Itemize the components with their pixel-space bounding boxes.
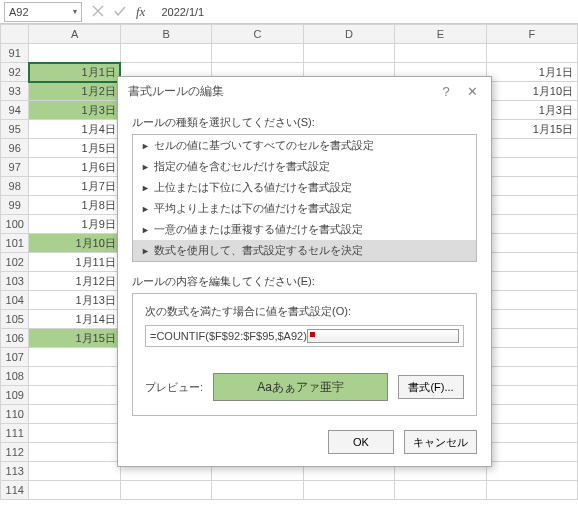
cell[interactable]: 1月3日 (486, 101, 577, 120)
confirm-icon[interactable] (114, 5, 126, 19)
cell[interactable]: 1月9日 (29, 215, 120, 234)
row-header[interactable]: 104 (1, 291, 29, 310)
select-all-corner[interactable] (1, 25, 29, 44)
cell[interactable] (29, 462, 120, 481)
row-header[interactable]: 107 (1, 348, 29, 367)
col-header-b[interactable]: B (120, 25, 211, 44)
cell[interactable] (486, 196, 577, 215)
cancel-icon[interactable] (92, 5, 104, 19)
row-header[interactable]: 111 (1, 424, 29, 443)
row-header[interactable]: 112 (1, 443, 29, 462)
cell[interactable] (486, 367, 577, 386)
col-header-f[interactable]: F (486, 25, 577, 44)
cell[interactable] (486, 424, 577, 443)
cell[interactable] (486, 177, 577, 196)
row-header[interactable]: 96 (1, 139, 29, 158)
rule-type-list[interactable]: ►セルの値に基づいてすべてのセルを書式設定►指定の値を含むセルだけを書式設定►上… (132, 134, 477, 262)
cell[interactable] (486, 253, 577, 272)
cell[interactable]: 1月15日 (29, 329, 120, 348)
rule-type-item[interactable]: ►セルの値に基づいてすべてのセルを書式設定 (133, 135, 476, 156)
cell[interactable] (120, 44, 211, 63)
cell[interactable] (303, 44, 394, 63)
cell[interactable] (395, 481, 486, 500)
range-picker-icon[interactable] (307, 329, 459, 343)
cancel-button[interactable]: キャンセル (404, 430, 477, 454)
row-header[interactable]: 103 (1, 272, 29, 291)
cell[interactable] (29, 348, 120, 367)
rule-type-item[interactable]: ►一意の値または重複する値だけを書式設定 (133, 219, 476, 240)
cell[interactable] (29, 443, 120, 462)
cell[interactable] (395, 44, 486, 63)
row-header[interactable]: 97 (1, 158, 29, 177)
formula-bar-value[interactable]: 2022/1/1 (155, 6, 210, 18)
format-button[interactable]: 書式(F)... (398, 375, 464, 399)
cell[interactable] (486, 215, 577, 234)
cell[interactable] (29, 44, 120, 63)
cell[interactable] (486, 462, 577, 481)
cell[interactable] (486, 44, 577, 63)
cell[interactable]: 1月7日 (29, 177, 120, 196)
col-header-a[interactable]: A (29, 25, 120, 44)
cell[interactable] (29, 481, 120, 500)
cell[interactable] (486, 139, 577, 158)
cell[interactable] (29, 367, 120, 386)
cell[interactable]: 1月5日 (29, 139, 120, 158)
row-header[interactable]: 101 (1, 234, 29, 253)
row-header[interactable]: 102 (1, 253, 29, 272)
rule-type-item[interactable]: ►数式を使用して、書式設定するセルを決定 (133, 240, 476, 261)
cell[interactable] (486, 158, 577, 177)
dialog-titlebar[interactable]: 書式ルールの編集 ? ✕ (118, 77, 491, 105)
row-header[interactable]: 99 (1, 196, 29, 215)
cell[interactable]: 1月10日 (29, 234, 120, 253)
row-header[interactable]: 91 (1, 44, 29, 63)
name-box[interactable]: A92 ▾ (4, 2, 82, 22)
cell[interactable]: 1月3日 (29, 101, 120, 120)
cell[interactable] (486, 272, 577, 291)
cell[interactable] (303, 481, 394, 500)
row-header[interactable]: 95 (1, 120, 29, 139)
row-header[interactable]: 114 (1, 481, 29, 500)
name-box-dropdown-icon[interactable]: ▾ (73, 7, 77, 16)
cell[interactable]: 1月13日 (29, 291, 120, 310)
cell[interactable]: 1月2日 (29, 82, 120, 101)
col-header-d[interactable]: D (303, 25, 394, 44)
ok-button[interactable]: OK (328, 430, 394, 454)
cell[interactable]: 1月1日 (486, 63, 577, 82)
cell[interactable] (486, 386, 577, 405)
cell[interactable] (29, 386, 120, 405)
cell[interactable] (486, 481, 577, 500)
cell[interactable]: 1月12日 (29, 272, 120, 291)
row-header[interactable]: 109 (1, 386, 29, 405)
cell[interactable] (486, 234, 577, 253)
cell[interactable]: 1月10日 (486, 82, 577, 101)
cell[interactable]: 1月14日 (29, 310, 120, 329)
cell[interactable] (486, 291, 577, 310)
cell[interactable]: 1月11日 (29, 253, 120, 272)
cell[interactable] (120, 481, 211, 500)
cell[interactable] (212, 481, 303, 500)
cell[interactable]: 1月1日 (29, 63, 120, 82)
cell[interactable] (486, 443, 577, 462)
row-header[interactable]: 93 (1, 82, 29, 101)
row-header[interactable]: 94 (1, 101, 29, 120)
cell[interactable] (212, 44, 303, 63)
cell[interactable] (486, 405, 577, 424)
cell[interactable]: 1月8日 (29, 196, 120, 215)
cell[interactable] (486, 329, 577, 348)
cell[interactable] (29, 424, 120, 443)
rule-type-item[interactable]: ►平均より上または下の値だけを書式設定 (133, 198, 476, 219)
row-header[interactable]: 100 (1, 215, 29, 234)
row-header[interactable]: 105 (1, 310, 29, 329)
cell[interactable]: 1月4日 (29, 120, 120, 139)
row-header[interactable]: 113 (1, 462, 29, 481)
help-icon[interactable]: ? (433, 84, 459, 99)
cell[interactable]: 1月6日 (29, 158, 120, 177)
col-header-e[interactable]: E (395, 25, 486, 44)
rule-type-item[interactable]: ►上位または下位に入る値だけを書式設定 (133, 177, 476, 198)
row-header[interactable]: 110 (1, 405, 29, 424)
cell[interactable] (486, 310, 577, 329)
col-header-c[interactable]: C (212, 25, 303, 44)
fx-icon[interactable]: fx (136, 4, 145, 20)
cell[interactable]: 1月15日 (486, 120, 577, 139)
row-header[interactable]: 98 (1, 177, 29, 196)
